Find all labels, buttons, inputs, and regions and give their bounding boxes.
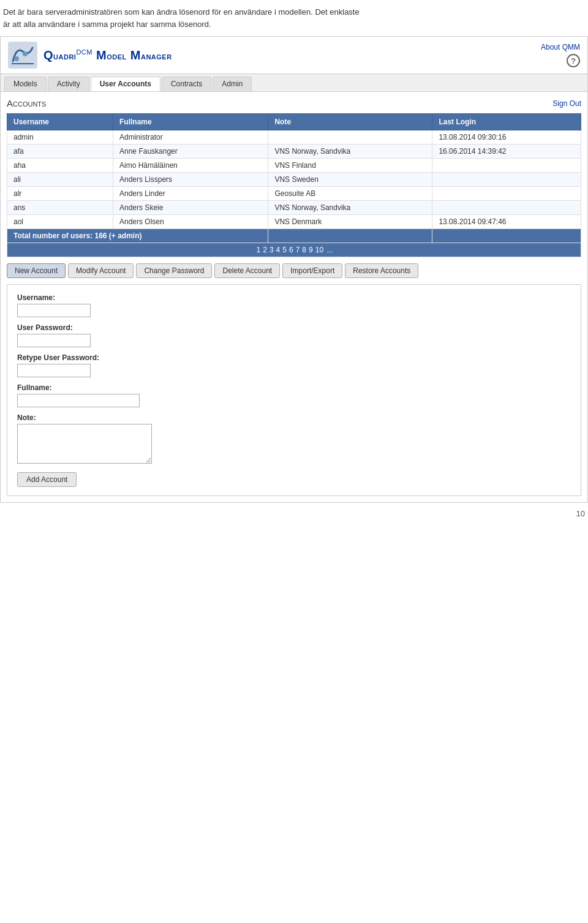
table-row[interactable]: afaAnne FauskangerVNS Norway, Sandvika16… <box>7 145 581 159</box>
table-row[interactable]: ahaAimo HämäläinenVNS Finland <box>7 159 581 173</box>
retype-password-input[interactable] <box>17 364 91 377</box>
col-header-username: Username <box>7 114 113 130</box>
note-textarea[interactable] <box>17 424 152 464</box>
pagination-link[interactable]: 6 <box>289 246 293 254</box>
fullname-label: Fullname: <box>17 383 571 392</box>
accounts-header: Accounts Sign Out <box>7 98 581 108</box>
svg-point-2 <box>23 51 28 56</box>
note-label: Note: <box>17 413 571 422</box>
col-header-note: Note <box>268 114 432 130</box>
tab-activity[interactable]: Activity <box>48 77 89 91</box>
intro-text: Det är bara serveradministratören som ka… <box>0 6 588 30</box>
pagination-link[interactable]: 2 <box>263 246 267 254</box>
table-header-row: Username Fullname Note Last Login <box>7 114 581 130</box>
app-header: QuadriDCM Model Manager About QMM ? <box>0 36 588 74</box>
password-label: User Password: <box>17 323 571 332</box>
tab-contracts[interactable]: Contracts <box>162 77 211 91</box>
table-row[interactable]: aolAnders OlsenVNS Denmark13.08.2014 09:… <box>7 215 581 229</box>
nav-bar: Models Activity User Accounts Contracts … <box>0 74 588 92</box>
pagination-link[interactable]: 7 <box>296 246 300 254</box>
col-header-fullname: Fullname <box>113 114 268 130</box>
retype-password-group: Retype User Password: <box>17 353 571 377</box>
sign-out-link[interactable]: Sign Out <box>552 99 581 108</box>
page-number: 10 <box>0 503 588 518</box>
new-account-form: Username: User Password: Retype User Pas… <box>7 284 581 496</box>
username-group: Username: <box>17 293 571 317</box>
btn-new-account[interactable]: New Account <box>7 263 66 278</box>
table-row[interactable]: ansAnders SkeieVNS Norway, Sandvika <box>7 201 581 215</box>
tab-admin[interactable]: Admin <box>213 77 252 91</box>
svg-rect-0 <box>8 42 37 69</box>
main-content: Accounts Sign Out Username Fullname Note… <box>0 92 588 503</box>
table-row[interactable]: alrAnders LinderGeosuite AB <box>7 187 581 201</box>
password-input[interactable] <box>17 334 91 347</box>
pagination-link[interactable]: 9 <box>309 246 313 254</box>
username-label: Username: <box>17 293 571 302</box>
btn-modify-account[interactable]: Modify Account <box>68 263 134 278</box>
accounts-title: Accounts <box>7 98 46 108</box>
pagination-link[interactable]: 1 <box>257 246 261 254</box>
tab-user-accounts[interactable]: User Accounts <box>91 77 160 91</box>
col-header-last-login: Last Login <box>432 114 581 130</box>
table-row[interactable]: adminAdministrator13.08.2014 09:30:16 <box>7 130 581 145</box>
btn-restore-accounts[interactable]: Restore Accounts <box>345 263 418 278</box>
svg-point-1 <box>14 56 19 61</box>
pagination-link[interactable]: 4 <box>276 246 281 254</box>
logo-icon <box>8 42 37 69</box>
fullname-input[interactable] <box>17 394 140 407</box>
pagination-link[interactable]: 8 <box>302 246 306 254</box>
action-buttons: New Account Modify Account Change Passwo… <box>7 263 581 278</box>
pagination-link[interactable]: 5 <box>282 246 287 254</box>
add-account-button[interactable]: Add Account <box>17 472 77 487</box>
btn-delete-account[interactable]: Delete Account <box>214 263 280 278</box>
username-input[interactable] <box>17 304 91 317</box>
btn-change-password[interactable]: Change Password <box>136 263 212 278</box>
header-right: About QMM ? <box>541 43 580 67</box>
table-row[interactable]: aliAnders LisspersVNS Sweden <box>7 173 581 187</box>
accounts-table: Username Fullname Note Last Login adminA… <box>7 113 581 257</box>
tab-models[interactable]: Models <box>4 77 47 91</box>
note-group: Note: <box>17 413 571 464</box>
fullname-group: Fullname: <box>17 383 571 407</box>
header-left: QuadriDCM Model Manager <box>8 42 172 69</box>
app-title: QuadriDCM Model Manager <box>43 48 172 62</box>
pagination-row: 12345678910 ... <box>7 243 581 257</box>
pagination-link[interactable]: 10 <box>315 246 323 254</box>
about-qmm-link[interactable]: About QMM <box>541 43 580 51</box>
retype-password-label: Retype User Password: <box>17 353 571 362</box>
btn-import-export[interactable]: Import/Export <box>282 263 342 278</box>
total-row: Total number of users: 166 (+ admin) <box>7 229 581 243</box>
pagination-link[interactable]: 3 <box>270 246 274 254</box>
help-button[interactable]: ? <box>567 54 580 67</box>
password-group: User Password: <box>17 323 571 347</box>
